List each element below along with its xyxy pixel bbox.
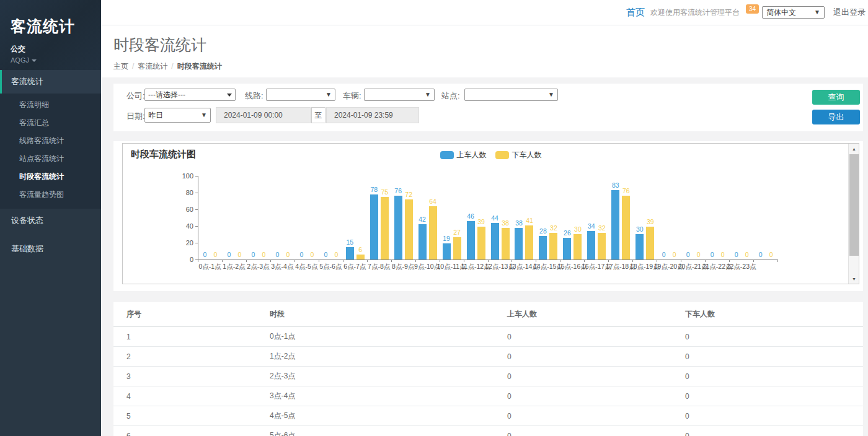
x-tick: [753, 259, 754, 262]
y-axis: [198, 176, 198, 260]
filter-panel: 公司: ---请选择--- 线路: ▼ 车辆: ▼ 站点: ▼ 日期:: [113, 84, 863, 131]
date-preset-value: 昨日: [148, 110, 163, 121]
scroll-up-icon[interactable]: ▲: [849, 144, 859, 154]
bar-boarding: [611, 190, 619, 259]
y-tick-label: 40: [176, 222, 193, 230]
bar-alighting: [381, 197, 389, 259]
sidebar-menu: 客流统计客流明细客流汇总线路客流统计站点客流统计时段客流统计客流量趋势图设备状态…: [0, 70, 101, 266]
table-cell: 3点-4点: [257, 386, 494, 406]
table-cell: 0: [494, 367, 672, 386]
x-tick: [367, 259, 368, 262]
legend-item: 下车人数: [495, 150, 542, 160]
app-title: 客流统计: [11, 16, 101, 37]
bar-alighting: [477, 227, 485, 259]
vehicle-label: 车辆:: [343, 90, 361, 102]
logout-link[interactable]: 退出登录: [833, 7, 866, 18]
table-header-cell: 下车人数: [672, 302, 863, 327]
line-select[interactable]: ▼: [266, 89, 335, 101]
chart-scrollbar[interactable]: ▲ ▼: [848, 144, 859, 284]
station-select[interactable]: ▼: [464, 89, 558, 101]
table-header-cell: 序号: [113, 302, 257, 327]
legend-item: 上车人数: [440, 150, 487, 160]
x-tick: [246, 259, 247, 262]
notification-badge[interactable]: 34: [746, 4, 759, 14]
bar-alighting: [525, 225, 533, 259]
table-cell: 0: [494, 347, 672, 367]
table-row: 32点-3点00: [113, 367, 863, 386]
y-tick: [195, 176, 198, 177]
table-cell: 5: [113, 406, 257, 426]
user-dropdown[interactable]: AQGJ: [11, 56, 101, 64]
sidebar-submenu-item[interactable]: 客流汇总: [0, 114, 101, 132]
sidebar-submenu: 客流明细客流汇总线路客流统计站点客流统计时段客流统计客流量趋势图: [0, 94, 101, 209]
chart-box: 时段车流统计图 上车人数下车人数 020406080100000点-1点001点…: [122, 143, 859, 284]
chart-legend: 上车人数下车人数: [123, 150, 859, 160]
sidebar: 客流统计 公交 AQGJ 客流统计客流明细客流汇总线路客流统计站点客流统计时段客…: [0, 0, 101, 436]
bar-boarding: [370, 194, 378, 259]
date-preset-select[interactable]: 昨日 ▼: [144, 108, 211, 123]
home-link[interactable]: 首页: [626, 7, 645, 19]
language-select-value: 简体中文: [766, 7, 796, 18]
export-button[interactable]: 导出: [812, 110, 860, 124]
bar-boarding: [563, 238, 571, 259]
table-cell: 2: [113, 347, 257, 367]
sidebar-menu-item[interactable]: 基础数据: [0, 237, 101, 261]
bar-alighting: [622, 196, 630, 259]
x-tick: [536, 259, 536, 262]
scroll-down-icon[interactable]: ▼: [849, 274, 859, 284]
sidebar-submenu-item[interactable]: 客流量趋势图: [0, 186, 101, 204]
bar-value-label: 64: [423, 198, 442, 205]
bar-boarding: [515, 228, 523, 259]
bar-boarding: [636, 234, 644, 259]
x-tick: [343, 259, 343, 262]
table-cell: 0: [494, 327, 672, 347]
table-row: 10点-1点00: [113, 327, 863, 347]
bar-boarding: [394, 196, 402, 259]
bar-alighting: [453, 237, 461, 259]
x-tick: [729, 259, 730, 262]
sidebar-submenu-item[interactable]: 时段客流统计: [0, 168, 101, 186]
nav-gap: [0, 261, 101, 266]
bar-value-label: 72: [399, 191, 418, 198]
table-cell: 6: [113, 426, 257, 436]
bar-boarding: [418, 224, 427, 259]
table-body: 10点-1点0021点-2点0032点-3点0043点-4点0054点-5点00…: [113, 327, 863, 436]
x-tick: [294, 259, 295, 262]
company-select-value: ---请选择---: [148, 90, 185, 100]
x-tick: [777, 259, 778, 262]
language-select[interactable]: 简体中文 ▼: [762, 6, 825, 19]
breadcrumb-link[interactable]: 客流统计: [138, 62, 167, 71]
bar-alighting: [502, 228, 510, 259]
date-to-input[interactable]: 2024-01-09 23:59: [326, 107, 419, 123]
content: 公司: ---请选择--- 线路: ▼ 车辆: ▼ 站点: ▼ 日期:: [101, 77, 868, 436]
y-tick: [195, 243, 198, 243]
table-cell: 1: [113, 327, 257, 347]
bar-alighting: [429, 206, 437, 259]
table-cell: 0: [672, 327, 863, 347]
company-label: 公交: [11, 44, 101, 54]
table-cell: 3: [113, 367, 257, 386]
company-select[interactable]: ---请选择---: [144, 89, 236, 101]
station-label: 站点:: [441, 90, 460, 102]
sidebar-menu-item[interactable]: 设备状态: [0, 209, 101, 232]
bar-alighting: [574, 234, 582, 259]
x-tick: [705, 259, 706, 262]
x-tick: [657, 259, 657, 262]
sidebar-submenu-item[interactable]: 站点客流统计: [0, 150, 101, 168]
sidebar-submenu-item[interactable]: 客流明细: [0, 96, 101, 114]
vehicle-select[interactable]: ▼: [364, 89, 435, 101]
scrollbar-thumb[interactable]: [849, 154, 859, 256]
breadcrumb-link[interactable]: 主页: [113, 62, 128, 71]
table-cell: 1点-2点: [257, 347, 494, 367]
bar-value-label: 32: [593, 224, 611, 232]
sidebar-submenu-item[interactable]: 线路客流统计: [0, 132, 101, 150]
bar-boarding: [587, 231, 595, 259]
x-category-label: 22点-23点: [723, 263, 760, 271]
triangle-down-icon: [227, 94, 232, 97]
sidebar-menu-item[interactable]: 客流统计: [0, 70, 101, 94]
breadcrumb-current: 时段客流统计: [177, 62, 222, 71]
date-from-input[interactable]: 2024-01-09 00:00: [216, 107, 311, 123]
search-button[interactable]: 查询: [812, 90, 860, 105]
table-header-cell: 时段: [257, 302, 494, 327]
y-tick-label: 20: [176, 239, 193, 246]
